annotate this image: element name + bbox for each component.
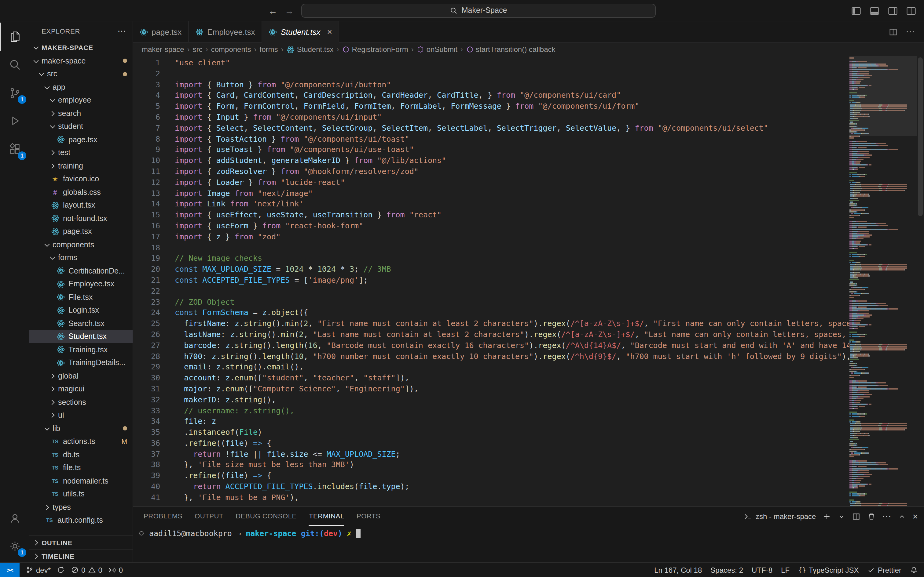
tree-file-certificationde-[interactable]: CertificationDe...: [29, 264, 132, 277]
search-view-icon[interactable]: [0, 51, 29, 79]
editor-scrollbar[interactable]: [917, 56, 924, 506]
line-number[interactable]: 23: [133, 297, 160, 308]
formatter-status[interactable]: Prettier: [867, 566, 901, 574]
line-number[interactable]: 25: [133, 318, 160, 329]
code-line-23[interactable]: 23// ZOD Object: [133, 297, 850, 308]
line-number[interactable]: 28: [133, 351, 160, 362]
code-line-26[interactable]: 26 lastName: z.string().min(2, "Last nam…: [133, 329, 850, 340]
indentation-status[interactable]: Spaces: 2: [711, 566, 743, 574]
panel-tab-terminal[interactable]: TERMINAL: [309, 507, 344, 526]
command-center-search[interactable]: Maker-Space: [301, 3, 656, 18]
code-line-12[interactable]: 12import { Loader } from "lucide-react": [133, 177, 850, 188]
line-number[interactable]: 5: [133, 101, 160, 112]
line-number[interactable]: 22: [133, 285, 160, 297]
line-number[interactable]: 2: [133, 68, 160, 79]
scrollbar-thumb[interactable]: [918, 57, 923, 216]
code-line-11[interactable]: 11import { zodResolver } from "@hookform…: [133, 166, 850, 177]
code-line-7[interactable]: 7import { Select, SelectContent, SelectG…: [133, 123, 850, 134]
tree-file-page-tsx[interactable]: page.tsx: [29, 133, 132, 146]
git-branch-status[interactable]: dev*: [26, 566, 51, 574]
line-number[interactable]: 14: [133, 199, 160, 210]
tree-folder-maker-space[interactable]: maker-space: [29, 54, 132, 68]
run-debug-icon[interactable]: [0, 107, 29, 135]
breadcrumb-item[interactable]: maker-space: [142, 45, 184, 54]
code-line-29[interactable]: 29 email: z.string().email(),: [133, 362, 850, 373]
breadcrumb-item[interactable]: startTransition() callback: [466, 45, 556, 54]
navigate-forward-icon[interactable]: →: [285, 5, 294, 16]
tree-folder-forms[interactable]: forms: [29, 251, 132, 264]
breadcrumb-item[interactable]: components: [211, 45, 251, 54]
panel-more-actions-icon[interactable]: ···: [882, 512, 892, 521]
code-line-15[interactable]: 15import { useEffect, useState, useTrans…: [133, 210, 850, 221]
code-line-8[interactable]: 8import { ToastAction } from "@/componen…: [133, 134, 850, 144]
line-number[interactable]: 26: [133, 329, 160, 340]
code-line-19[interactable]: 19// New image checks: [133, 253, 850, 264]
code-line-17[interactable]: 17import { z } from "zod": [133, 231, 850, 242]
minimap-slider[interactable]: [850, 56, 917, 136]
breadcrumb-item[interactable]: Student.tsx: [286, 45, 333, 54]
line-number[interactable]: 13: [133, 188, 160, 199]
tree-folder-test[interactable]: test: [29, 146, 132, 160]
line-number[interactable]: 17: [133, 231, 160, 242]
line-number[interactable]: 10: [133, 155, 160, 166]
line-number[interactable]: 9: [133, 144, 160, 155]
line-number[interactable]: 32: [133, 394, 160, 405]
code-line-39[interactable]: 39 .refine((file) => {: [133, 471, 850, 482]
language-mode[interactable]: {} TypeScript JSX: [798, 566, 859, 574]
line-number[interactable]: 11: [133, 166, 160, 177]
line-number[interactable]: 37: [133, 448, 160, 459]
line-number[interactable]: 12: [133, 177, 160, 188]
tree-folder-sections[interactable]: sections: [29, 396, 132, 409]
explorer-view-icon[interactable]: [0, 23, 29, 51]
new-terminal-icon[interactable]: [822, 512, 831, 521]
line-number[interactable]: 21: [133, 275, 160, 286]
tree-file-training-tsx[interactable]: Training.tsx: [29, 343, 132, 356]
code-line-4[interactable]: 4import { Card, CardContent, CardDescrip…: [133, 90, 850, 101]
tab-student-tsx[interactable]: Student.tsx×: [262, 21, 339, 43]
encoding-status[interactable]: UTF-8: [752, 566, 772, 574]
panel-tab-ports[interactable]: PORTS: [357, 507, 380, 526]
toggle-panel-icon[interactable]: [869, 5, 880, 16]
code-line-18[interactable]: 18: [133, 242, 850, 253]
code-editor[interactable]: 1"use client"23import { Button } from "@…: [133, 56, 850, 506]
notifications-bell-icon[interactable]: [910, 566, 918, 574]
code-line-20[interactable]: 20const MAX_UPLOAD_SIZE = 1024 * 1024 * …: [133, 264, 850, 275]
panel-tab-problems[interactable]: PROBLEMS: [144, 507, 183, 526]
split-terminal-icon[interactable]: [852, 512, 861, 521]
code-line-37[interactable]: 37 return !file || file.size <= MAX_UPLO…: [133, 448, 850, 459]
line-number[interactable]: 1: [133, 57, 160, 68]
line-number[interactable]: 6: [133, 112, 160, 123]
code-line-38[interactable]: 38 }, 'File size must be less than 3MB'): [133, 459, 850, 471]
tab-employee-tsx[interactable]: Employee.tsx: [189, 21, 262, 43]
cursor-position[interactable]: Ln 167, Col 18: [654, 566, 702, 574]
tree-file-student-tsx[interactable]: Student.tsx: [29, 330, 132, 343]
customize-layout-icon[interactable]: [906, 5, 917, 16]
line-number[interactable]: 24: [133, 308, 160, 318]
toggle-secondary-sidebar-icon[interactable]: [887, 5, 898, 16]
tree-folder-employee[interactable]: employee: [29, 94, 132, 107]
tree-file-nodemailer-ts[interactable]: TSnodemailer.ts: [29, 474, 132, 488]
terminal-dropdown-icon[interactable]: [838, 513, 845, 520]
code-line-13[interactable]: 13import Image from "next/image": [133, 188, 850, 199]
tree-file-search-tsx[interactable]: Search.tsx: [29, 317, 132, 330]
line-number[interactable]: 34: [133, 416, 160, 427]
eol-status[interactable]: LF: [781, 566, 790, 574]
line-number[interactable]: 33: [133, 405, 160, 416]
line-number[interactable]: 38: [133, 459, 160, 471]
breadcrumb-item[interactable]: src: [193, 45, 203, 54]
code-line-27[interactable]: 27 barcode: z.string().length(16, "Barco…: [133, 340, 850, 351]
panel-tab-debug-console[interactable]: DEBUG CONSOLE: [236, 507, 297, 526]
outline-section[interactable]: OUTLINE: [29, 535, 132, 549]
timeline-section[interactable]: TIMELINE: [29, 549, 132, 562]
terminal[interactable]: aadil15@macbookpro → maker-space git:(de…: [133, 526, 924, 562]
terminal-instance[interactable]: zsh - maker-space: [743, 512, 816, 521]
tree-file-trainingdetails-[interactable]: TrainingDetails...: [29, 356, 132, 369]
code-line-28[interactable]: 28 h700: z.string().length(10, "h700 num…: [133, 351, 850, 362]
code-line-40[interactable]: 40 return ACCEPTED_FILE_TYPES.includes(f…: [133, 481, 850, 492]
tree-file-file-tsx[interactable]: File.tsx: [29, 291, 132, 304]
tree-file-employee-tsx[interactable]: Employee.tsx: [29, 277, 132, 291]
sync-changes-button[interactable]: [57, 566, 65, 574]
line-number[interactable]: 40: [133, 481, 160, 492]
tree-folder-training[interactable]: training: [29, 160, 132, 172]
tree-folder-lib[interactable]: lib: [29, 422, 132, 435]
